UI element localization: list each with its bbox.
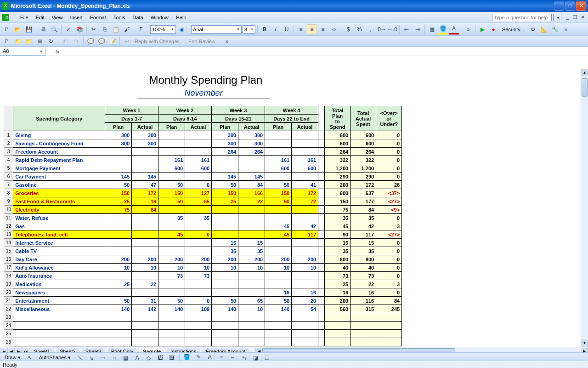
show-comments-icon[interactable]: 💬 xyxy=(85,36,96,46)
actual-cell[interactable]: 264 xyxy=(238,148,265,156)
actual-cell[interactable]: 0 xyxy=(185,297,212,305)
menu-view[interactable]: View xyxy=(48,13,67,22)
row-number[interactable]: 7 xyxy=(4,181,13,189)
category-cell[interactable]: Medication xyxy=(13,280,105,288)
category-cell[interactable]: Savings - Contingency Fund xyxy=(13,139,105,148)
total-actual-cell[interactable]: 264 xyxy=(351,148,376,156)
more-buttons-icon[interactable]: » xyxy=(463,24,473,34)
category-cell[interactable]: Freedom Account xyxy=(13,148,105,156)
category-cell[interactable]: Miscellaneous xyxy=(13,305,105,313)
over-under-cell[interactable]: 0 xyxy=(376,164,402,172)
actual-cell[interactable]: 35 xyxy=(238,247,265,255)
actual-cell[interactable]: 10 xyxy=(238,264,265,272)
scroll-thumb[interactable] xyxy=(582,78,588,97)
over-under-cell[interactable]: 0 xyxy=(376,156,402,164)
table-row[interactable]: 11Water, Refuse353535350 xyxy=(4,214,402,222)
row-number[interactable]: 2 xyxy=(4,139,13,148)
over-under-cell[interactable]: 0 xyxy=(376,239,402,247)
plan-cell[interactable]: 150 xyxy=(105,189,132,197)
category-cell[interactable]: Gasoline xyxy=(13,181,105,189)
total-plan-cell[interactable]: 16 xyxy=(325,288,351,297)
menu-format[interactable]: Format xyxy=(86,13,110,22)
plan-cell[interactable]: 10 xyxy=(105,264,132,272)
actual-cell[interactable]: 10 xyxy=(185,264,212,272)
category-cell[interactable]: Entertainment xyxy=(13,297,105,305)
actual-cell[interactable]: 142 xyxy=(132,305,158,313)
total-actual-cell[interactable]: 35 xyxy=(351,247,376,255)
actual-cell[interactable]: 200 xyxy=(292,255,318,264)
row-number[interactable]: 16 xyxy=(4,255,13,264)
row-number[interactable]: 24 xyxy=(4,322,13,330)
plan-cell[interactable] xyxy=(158,139,185,148)
currency-icon[interactable]: $ xyxy=(343,24,353,34)
table-row[interactable]: 24 xyxy=(4,322,402,330)
total-plan-cell[interactable]: 600 xyxy=(325,189,351,197)
mail-recipient-icon[interactable]: ✉ xyxy=(35,36,45,46)
actual-cell[interactable] xyxy=(292,131,318,139)
plan-cell[interactable]: 300 xyxy=(212,131,238,139)
total-actual-cell[interactable]: 600 xyxy=(351,139,376,148)
actual-cell[interactable]: 300 xyxy=(238,139,265,148)
actual-cell[interactable]: 22 xyxy=(132,280,158,288)
table-row[interactable]: 18Auto Insurance737373730 xyxy=(4,272,402,280)
actual-cell[interactable]: 145 xyxy=(132,172,158,181)
actual-cell[interactable] xyxy=(185,139,212,148)
total-plan-cell[interactable]: 600 xyxy=(325,131,351,139)
over-under-cell[interactable]: 0 xyxy=(376,131,402,139)
new-icon[interactable]: 🗋 xyxy=(2,24,12,34)
actual-cell[interactable] xyxy=(238,280,265,288)
total-actual-cell[interactable]: 800 xyxy=(351,255,376,264)
table-row[interactable]: 15Cable TV353535350 xyxy=(4,247,402,255)
row-number[interactable]: 22 xyxy=(4,305,13,313)
row-number[interactable]: 13 xyxy=(4,230,13,239)
actual-cell[interactable]: 172 xyxy=(292,189,318,197)
maximize-button[interactable]: □ xyxy=(565,1,575,11)
plan-cell[interactable] xyxy=(105,230,132,239)
plan-cell[interactable] xyxy=(105,164,132,172)
total-actual-cell[interactable]: 637 xyxy=(351,189,376,197)
plan-cell[interactable]: 600 xyxy=(265,164,292,172)
actual-cell[interactable] xyxy=(132,272,158,280)
category-cell[interactable]: Giving xyxy=(13,131,105,139)
actual-cell[interactable]: 200 xyxy=(185,255,212,264)
actual-cell[interactable]: 161 xyxy=(185,156,212,164)
plan-cell[interactable]: 200 xyxy=(212,255,238,264)
workbook-icon[interactable]: X xyxy=(2,14,9,21)
actual-cell[interactable]: 84 xyxy=(238,181,265,189)
plan-cell[interactable] xyxy=(265,239,292,247)
fill-color-icon[interactable]: 🪣 xyxy=(438,24,448,34)
plan-cell[interactable] xyxy=(212,214,238,222)
spending-table[interactable]: Spending CategoryWeek 1Week 2Week 3Week … xyxy=(4,106,402,346)
total-actual-cell[interactable]: 290 xyxy=(351,172,376,181)
plan-cell[interactable] xyxy=(212,288,238,297)
save-workspace-icon[interactable]: 📁 xyxy=(24,36,34,46)
plan-cell[interactable] xyxy=(265,272,292,280)
decrease-indent-icon[interactable]: ⇤ xyxy=(401,24,412,34)
plan-cell[interactable]: 25 xyxy=(212,197,238,206)
plan-cell[interactable]: 200 xyxy=(105,255,132,264)
actual-cell[interactable]: 10 xyxy=(132,264,158,272)
total-actual-cell[interactable]: 16 xyxy=(351,288,376,297)
table-row[interactable]: 17Kid's Allowance101010101010101040400 xyxy=(4,264,402,272)
row-number[interactable]: 6 xyxy=(4,172,13,181)
plan-cell[interactable] xyxy=(265,148,292,156)
plan-cell[interactable]: 140 xyxy=(158,305,185,313)
over-under-cell[interactable]: 0 xyxy=(376,214,402,222)
font-color-icon[interactable]: A xyxy=(449,24,459,34)
menu-edit[interactable]: Edit xyxy=(32,13,48,22)
autoshapes-menu[interactable]: AutoShapes ▾ xyxy=(36,355,74,361)
menu-window[interactable]: Window xyxy=(147,13,172,22)
actual-cell[interactable] xyxy=(292,139,318,148)
total-actual-cell[interactable]: 84 xyxy=(351,206,376,214)
actual-cell[interactable] xyxy=(185,172,212,181)
actual-cell[interactable] xyxy=(292,247,318,255)
total-plan-cell[interactable]: 264 xyxy=(325,148,351,156)
category-cell[interactable]: Groceries xyxy=(13,189,105,197)
actual-cell[interactable]: 300 xyxy=(132,131,158,139)
row-number[interactable]: 15 xyxy=(4,247,13,255)
total-plan-cell[interactable]: 1,200 xyxy=(325,164,351,172)
total-actual-cell[interactable]: 15 xyxy=(351,239,376,247)
plan-cell[interactable] xyxy=(212,272,238,280)
align-left-icon[interactable]: ≡ xyxy=(296,24,306,34)
name-box[interactable]: A8▼ xyxy=(0,47,46,56)
